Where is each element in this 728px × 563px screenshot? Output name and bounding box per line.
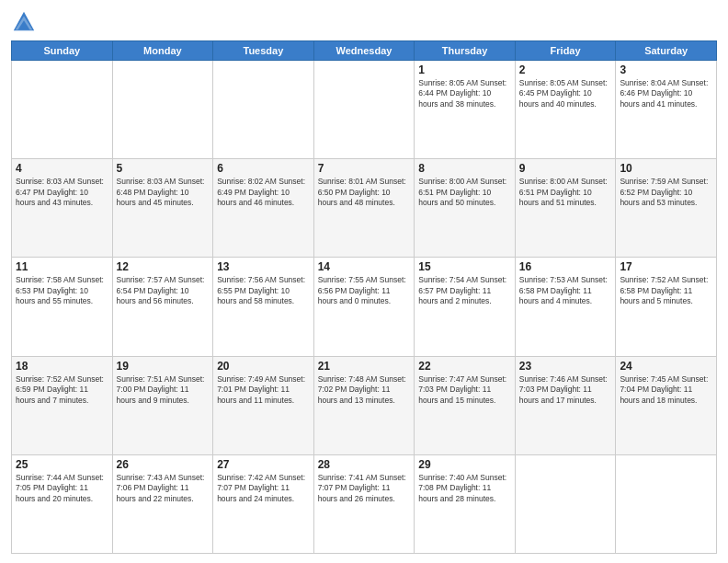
day-info: Sunrise: 7:56 AM Sunset: 6:55 PM Dayligh… [217,275,310,306]
day-number: 13 [217,260,310,273]
day-cell: 7Sunrise: 8:01 AM Sunset: 6:50 PM Daylig… [313,159,415,258]
header-row: SundayMondayTuesdayWednesdayThursdayFrid… [12,41,717,61]
day-number: 14 [318,260,411,273]
day-info: Sunrise: 7:49 AM Sunset: 7:01 PM Dayligh… [217,374,310,406]
day-number: 17 [620,260,712,273]
day-info: Sunrise: 8:04 AM Sunset: 6:46 PM Dayligh… [620,78,712,109]
week-row-1: 4Sunrise: 8:03 AM Sunset: 6:47 PM Daylig… [12,159,717,258]
day-info: Sunrise: 7:57 AM Sunset: 6:54 PM Dayligh… [117,275,210,306]
header-cell-tuesday: Tuesday [213,41,314,61]
day-cell: 29Sunrise: 7:40 AM Sunset: 7:08 PM Dayli… [415,454,516,553]
day-cell: 21Sunrise: 7:48 AM Sunset: 7:02 PM Dayli… [313,356,415,454]
day-number: 26 [117,458,210,471]
day-number: 9 [519,162,612,175]
day-info: Sunrise: 7:52 AM Sunset: 6:59 PM Dayligh… [16,374,108,406]
day-number: 3 [620,63,712,76]
day-info: Sunrise: 8:03 AM Sunset: 6:48 PM Dayligh… [117,177,210,208]
day-number: 27 [217,458,310,471]
day-number: 29 [418,458,511,471]
logo [11,9,40,35]
day-number: 6 [217,162,310,175]
header-cell-wednesday: Wednesday [313,41,415,61]
day-info: Sunrise: 7:40 AM Sunset: 7:08 PM Dayligh… [418,473,511,504]
day-cell: 24Sunrise: 7:45 AM Sunset: 7:04 PM Dayli… [616,356,717,454]
day-info: Sunrise: 7:55 AM Sunset: 6:56 PM Dayligh… [318,275,411,306]
day-cell: 12Sunrise: 7:57 AM Sunset: 6:54 PM Dayli… [112,258,213,356]
day-number: 16 [519,260,612,273]
header [11,9,717,35]
day-cell: 16Sunrise: 7:53 AM Sunset: 6:58 PM Dayli… [515,258,616,356]
header-cell-sunday: Sunday [12,41,113,61]
day-cell: 2Sunrise: 8:05 AM Sunset: 6:45 PM Daylig… [515,61,616,159]
day-number: 11 [16,260,108,273]
day-cell [313,61,415,159]
day-number: 24 [620,360,712,373]
day-number: 7 [318,162,411,175]
day-number: 8 [418,162,511,175]
calendar-table: SundayMondayTuesdayWednesdayThursdayFrid… [11,40,717,554]
day-info: Sunrise: 7:46 AM Sunset: 7:03 PM Dayligh… [519,374,612,406]
day-info: Sunrise: 8:01 AM Sunset: 6:50 PM Dayligh… [318,177,411,208]
page: SundayMondayTuesdayWednesdayThursdayFrid… [0,0,728,563]
day-number: 25 [16,458,108,471]
day-cell: 25Sunrise: 7:44 AM Sunset: 7:05 PM Dayli… [12,454,113,553]
header-cell-thursday: Thursday [415,41,516,61]
day-cell: 9Sunrise: 8:00 AM Sunset: 6:51 PM Daylig… [515,159,616,258]
day-number: 28 [318,458,411,471]
day-number: 21 [318,360,411,373]
header-cell-saturday: Saturday [616,41,717,61]
day-cell: 14Sunrise: 7:55 AM Sunset: 6:56 PM Dayli… [313,258,415,356]
day-info: Sunrise: 8:00 AM Sunset: 6:51 PM Dayligh… [418,177,511,208]
day-cell: 5Sunrise: 8:03 AM Sunset: 6:48 PM Daylig… [112,159,213,258]
day-number: 15 [418,260,511,273]
day-number: 19 [117,360,210,373]
day-cell: 28Sunrise: 7:41 AM Sunset: 7:07 PM Dayli… [313,454,415,553]
day-cell: 18Sunrise: 7:52 AM Sunset: 6:59 PM Dayli… [12,356,113,454]
day-cell: 6Sunrise: 8:02 AM Sunset: 6:49 PM Daylig… [213,159,314,258]
day-info: Sunrise: 7:53 AM Sunset: 6:58 PM Dayligh… [519,275,612,306]
day-cell: 4Sunrise: 8:03 AM Sunset: 6:47 PM Daylig… [12,159,113,258]
header-cell-monday: Monday [112,41,213,61]
day-number: 18 [16,360,108,373]
day-cell: 11Sunrise: 7:58 AM Sunset: 6:53 PM Dayli… [12,258,113,356]
day-number: 12 [117,260,210,273]
day-number: 10 [620,162,712,175]
logo-icon [11,9,37,35]
day-number: 20 [217,360,310,373]
week-row-4: 25Sunrise: 7:44 AM Sunset: 7:05 PM Dayli… [12,454,717,553]
day-cell: 23Sunrise: 7:46 AM Sunset: 7:03 PM Dayli… [515,356,616,454]
day-cell: 13Sunrise: 7:56 AM Sunset: 6:55 PM Dayli… [213,258,314,356]
week-row-0: 1Sunrise: 8:05 AM Sunset: 6:44 PM Daylig… [12,61,717,159]
week-row-3: 18Sunrise: 7:52 AM Sunset: 6:59 PM Dayli… [12,356,717,454]
day-cell: 27Sunrise: 7:42 AM Sunset: 7:07 PM Dayli… [213,454,314,553]
day-cell: 22Sunrise: 7:47 AM Sunset: 7:03 PM Dayli… [415,356,516,454]
day-number: 23 [519,360,612,373]
day-cell [616,454,717,553]
day-info: Sunrise: 7:41 AM Sunset: 7:07 PM Dayligh… [318,473,411,504]
day-info: Sunrise: 8:00 AM Sunset: 6:51 PM Dayligh… [519,177,612,208]
day-info: Sunrise: 7:54 AM Sunset: 6:57 PM Dayligh… [418,275,511,306]
day-info: Sunrise: 7:51 AM Sunset: 7:00 PM Dayligh… [117,374,210,406]
day-number: 5 [117,162,210,175]
day-cell [213,61,314,159]
day-info: Sunrise: 8:03 AM Sunset: 6:47 PM Dayligh… [16,177,108,208]
day-cell: 20Sunrise: 7:49 AM Sunset: 7:01 PM Dayli… [213,356,314,454]
day-cell: 15Sunrise: 7:54 AM Sunset: 6:57 PM Dayli… [415,258,516,356]
day-info: Sunrise: 7:43 AM Sunset: 7:06 PM Dayligh… [117,473,210,504]
day-info: Sunrise: 7:47 AM Sunset: 7:03 PM Dayligh… [418,374,511,406]
day-info: Sunrise: 8:02 AM Sunset: 6:49 PM Dayligh… [217,177,310,208]
day-info: Sunrise: 7:44 AM Sunset: 7:05 PM Dayligh… [16,473,108,504]
day-info: Sunrise: 7:45 AM Sunset: 7:04 PM Dayligh… [620,374,712,406]
day-info: Sunrise: 7:48 AM Sunset: 7:02 PM Dayligh… [318,374,411,406]
day-number: 1 [418,63,511,76]
day-cell: 19Sunrise: 7:51 AM Sunset: 7:00 PM Dayli… [112,356,213,454]
day-cell [112,61,213,159]
day-number: 4 [16,162,108,175]
week-row-2: 11Sunrise: 7:58 AM Sunset: 6:53 PM Dayli… [12,258,717,356]
day-cell [515,454,616,553]
day-info: Sunrise: 7:58 AM Sunset: 6:53 PM Dayligh… [16,275,108,306]
day-cell: 26Sunrise: 7:43 AM Sunset: 7:06 PM Dayli… [112,454,213,553]
day-cell [12,61,113,159]
header-cell-friday: Friday [515,41,616,61]
day-cell: 1Sunrise: 8:05 AM Sunset: 6:44 PM Daylig… [415,61,516,159]
